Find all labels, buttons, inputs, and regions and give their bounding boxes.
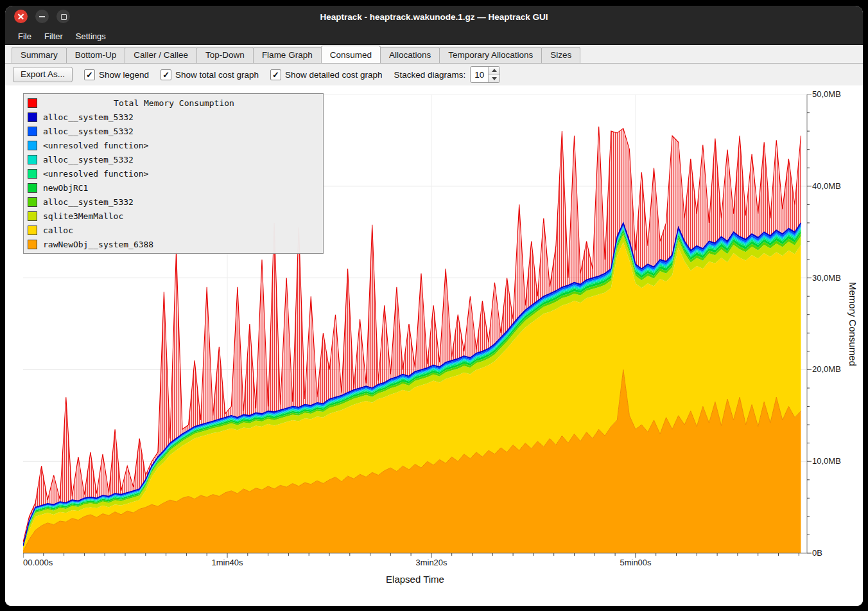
legend-label: alloc__system_5332 [43, 197, 134, 207]
show-total-cost-checkbox[interactable]: Show total cost graph [161, 69, 259, 80]
menu-file[interactable]: File [12, 30, 38, 43]
checkbox-icon[interactable] [270, 69, 281, 80]
stacked-diagrams-stepper[interactable]: 10 [470, 66, 500, 83]
stacked-diagrams-group: Stacked diagrams: 10 [394, 66, 501, 83]
x-axis-title: Elapsed Time [23, 574, 807, 585]
x-tick-label: 5min00s [620, 558, 651, 567]
legend-item: sqlite3MemMalloc [26, 209, 320, 223]
legend-swatch [28, 226, 37, 235]
show-detailed-cost-checkbox[interactable]: Show detailed cost graph [270, 69, 383, 80]
legend-swatch [28, 141, 37, 150]
legend-item: rawNewObj__system_6388 [26, 237, 320, 251]
heaptrack-window: Heaptrack - heaptrack.wakunode.1.gz — He… [5, 6, 863, 606]
window-controls [14, 10, 70, 23]
stepper-up-icon[interactable] [489, 67, 499, 75]
y-tick-label: 10,0MB [812, 456, 841, 466]
consumed-chart-area[interactable]: Total Memory Consumption alloc__system_5… [5, 85, 863, 606]
tab-allocations[interactable]: Allocations [380, 47, 440, 63]
legend-item: <unresolved function> [26, 166, 320, 181]
tab-bar: Summary Bottom-Up Caller / Callee Top-Do… [5, 45, 863, 64]
stepper-down-icon[interactable] [489, 75, 499, 83]
x-tick-label: 1min40s [211, 558, 243, 567]
menu-filter[interactable]: Filter [38, 30, 69, 43]
legend-label: sqlite3MemMalloc [43, 211, 123, 221]
y-axis-title: Memory Consumed [847, 94, 858, 553]
maximize-icon[interactable] [56, 10, 70, 23]
menu-settings[interactable]: Settings [69, 30, 112, 43]
stepper-buttons [488, 67, 499, 82]
show-legend-checkbox[interactable]: Show legend [84, 69, 149, 80]
legend-item: calloc [26, 223, 320, 237]
stacked-diagrams-value[interactable]: 10 [471, 67, 488, 82]
y-tick-label: 30,0MB [812, 273, 841, 283]
tab-temporary-allocations[interactable]: Temporary Allocations [439, 47, 542, 63]
x-tick-label: 3min20s [415, 558, 447, 567]
legend-label: alloc__system_5332 [43, 127, 134, 136]
legend-label: newObjRC1 [43, 183, 88, 193]
tab-top-down[interactable]: Top-Down [196, 47, 254, 63]
tab-flame-graph[interactable]: Flame Graph [253, 47, 322, 63]
tab-bottom-up[interactable]: Bottom-Up [66, 47, 126, 63]
legend-swatch [28, 169, 37, 179]
legend-swatch [28, 183, 37, 193]
legend-swatch [28, 197, 37, 207]
legend-label: alloc__system_5332 [43, 112, 134, 122]
close-icon[interactable] [14, 10, 28, 23]
legend-label: <unresolved function> [43, 169, 148, 179]
checkbox-label: Show detailed cost graph [285, 70, 383, 80]
checkbox-icon[interactable] [84, 69, 95, 80]
legend-swatch [28, 112, 37, 122]
chart-legend: Total Memory Consumption alloc__system_5… [23, 93, 324, 254]
legend-item: alloc__system_5332 [26, 110, 320, 124]
menu-bar: File Filter Settings [5, 28, 863, 45]
legend-label: alloc__system_5332 [43, 155, 134, 164]
y-tick-label: 20,0MB [812, 364, 841, 375]
legend-swatch [28, 240, 37, 249]
legend-swatch [28, 211, 37, 221]
legend-item: newObjRC1 [26, 181, 320, 195]
legend-item: <unresolved function> [26, 138, 320, 152]
y-tick-label: 0B [812, 548, 822, 558]
legend-title-row: Total Memory Consumption [26, 96, 320, 110]
legend-label: rawNewObj__system_6388 [43, 240, 153, 249]
legend-swatch [28, 98, 37, 108]
checkbox-label: Show total cost graph [175, 70, 259, 80]
checkbox-label: Show legend [99, 70, 149, 80]
minimize-icon[interactable] [35, 10, 49, 23]
window-title: Heaptrack - heaptrack.wakunode.1.gz — He… [320, 12, 548, 22]
tab-sizes[interactable]: Sizes [541, 47, 580, 63]
tab-caller-callee[interactable]: Caller / Callee [125, 47, 197, 63]
legend-swatch [28, 127, 37, 136]
x-tick-label: 00.000s [23, 558, 53, 567]
chart-toolbar: Export As... Show legend Show total cost… [5, 64, 863, 85]
legend-title: Total Memory Consumption [43, 98, 319, 108]
export-as-button[interactable]: Export As... [13, 67, 73, 82]
legend-item: alloc__system_5332 [26, 195, 320, 209]
legend-item: alloc__system_5332 [26, 152, 320, 166]
y-tick-label: 50,0MB [812, 89, 841, 100]
y-tick-label: 40,0MB [812, 181, 841, 191]
legend-label: <unresolved function> [43, 141, 148, 150]
title-bar[interactable]: Heaptrack - heaptrack.wakunode.1.gz — He… [5, 6, 863, 28]
legend-item: alloc__system_5332 [26, 124, 320, 138]
checkbox-icon[interactable] [161, 69, 171, 80]
legend-label: calloc [43, 226, 73, 235]
legend-swatch [28, 155, 37, 164]
tab-consumed[interactable]: Consumed [321, 46, 381, 63]
stacked-diagrams-label: Stacked diagrams: [394, 70, 466, 80]
tab-summary[interactable]: Summary [12, 47, 67, 63]
